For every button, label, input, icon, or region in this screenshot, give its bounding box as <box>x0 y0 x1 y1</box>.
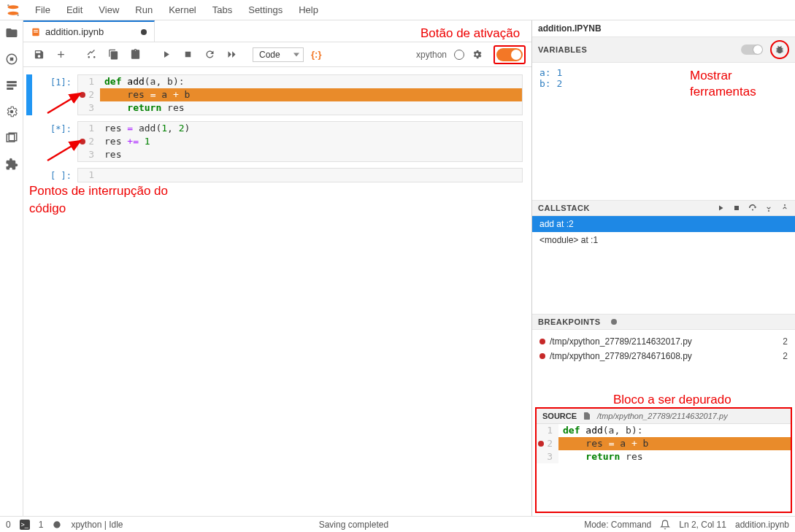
file-icon <box>583 412 591 420</box>
notification-icon[interactable] <box>660 520 670 530</box>
callstack-controls <box>716 204 789 212</box>
step-over-icon[interactable] <box>748 204 757 212</box>
menu-tabs[interactable]: Tabs <box>205 2 239 18</box>
cell-prompt: [ ]: <box>32 168 77 182</box>
breakpoint-row[interactable]: /tmp/xpython_27789/2114632017.py2 <box>539 334 788 349</box>
pause-icon[interactable] <box>732 204 741 212</box>
activity-bar <box>0 20 23 516</box>
notebook-tab[interactable]: addition.ipynb <box>23 20 155 42</box>
running-icon[interactable] <box>5 53 18 66</box>
main-menu: File Edit View Run Kernel Tabs Settings … <box>28 2 326 18</box>
cell-prompt: [*]: <box>32 121 77 162</box>
svg-rect-14 <box>34 31 38 32</box>
cut-button[interactable] <box>82 45 101 64</box>
breakpoint-icon[interactable] <box>80 139 85 144</box>
run-button[interactable] <box>156 45 175 64</box>
menu-run[interactable]: Run <box>128 2 160 18</box>
commands-icon[interactable] <box>5 79 18 92</box>
kernel-name[interactable]: xpython <box>416 50 447 60</box>
add-cell-button[interactable] <box>51 45 70 64</box>
svg-rect-13 <box>34 30 38 31</box>
variable-row[interactable]: b: 2 <box>539 78 788 89</box>
extensions-icon[interactable] <box>5 158 18 171</box>
stop-button[interactable] <box>178 45 197 64</box>
svg-rect-6 <box>7 81 17 83</box>
status-left-count1[interactable]: 0 <box>6 520 11 530</box>
status-kernel[interactable]: xpython | Idle <box>71 520 123 530</box>
cell-prompt: [1]: <box>32 74 77 115</box>
menu-edit[interactable]: Edit <box>59 2 90 18</box>
paste-button[interactable] <box>126 45 145 64</box>
kernel-status-icon[interactable] <box>454 50 464 60</box>
svg-point-17 <box>752 209 753 211</box>
menu-kernel[interactable]: Kernel <box>161 2 204 18</box>
main-panel: addition.ipynb Code {:} xpython <box>23 20 532 516</box>
source-header: SOURCE <box>542 412 577 420</box>
run-all-button[interactable] <box>222 45 241 64</box>
celltype-select[interactable]: Code <box>253 47 304 62</box>
svg-rect-5 <box>9 58 13 61</box>
tab-bar: addition.ipynb <box>23 20 531 42</box>
svg-point-2 <box>7 4 9 7</box>
status-file[interactable]: addition.ipynb <box>735 520 789 530</box>
dirty-indicator-icon <box>141 29 147 35</box>
svg-point-0 <box>8 5 19 9</box>
callstack-header: CALLSTACK <box>538 204 590 212</box>
copy-button[interactable] <box>104 45 123 64</box>
render-side-icon[interactable]: {:} <box>311 49 321 60</box>
status-cursor[interactable]: Ln 2, Col 11 <box>679 520 726 530</box>
source-body: 1def add(a, b):2 res = a + b3 return res <box>537 424 791 512</box>
status-left-count2[interactable]: 1 <box>39 520 44 530</box>
notebook-area[interactable]: [1]:1def add(a, b):2 res = a + b3 return… <box>23 67 531 516</box>
kernel-settings-button[interactable] <box>467 45 486 64</box>
jupyter-logo-icon <box>6 3 20 18</box>
debugger-file-title: addition.IPYNB <box>538 23 602 34</box>
restart-button[interactable] <box>200 45 219 64</box>
source-highlight: SOURCE /tmp/xpython_27789/2114632017.py … <box>535 407 792 513</box>
settings-builder-icon[interactable] <box>5 105 18 118</box>
breakpoints-clear-icon[interactable] <box>610 317 618 326</box>
step-in-icon[interactable] <box>764 204 773 212</box>
code-cell[interactable]: [*]:1res = add(1, 2)2res += 13res <box>26 121 523 162</box>
callstack-row[interactable]: add at :2 <box>532 216 795 232</box>
bug-icon[interactable] <box>775 45 785 55</box>
debug-tools-highlight <box>770 40 789 59</box>
folder-icon[interactable] <box>5 26 18 39</box>
breakpoints-body: /tmp/xpython_27789/2114632017.py2/tmp/xp… <box>532 330 795 368</box>
svg-rect-7 <box>7 85 17 87</box>
step-out-icon[interactable] <box>780 204 789 212</box>
breakpoint-icon[interactable] <box>80 92 85 98</box>
svg-point-9 <box>9 110 13 114</box>
status-mode[interactable]: Mode: Command <box>584 520 651 530</box>
svg-rect-16 <box>734 206 739 210</box>
svg-point-21 <box>54 521 61 528</box>
breakpoint-row[interactable]: /tmp/xpython_27789/2784671608.py2 <box>539 349 788 363</box>
menu-file[interactable]: File <box>28 2 58 18</box>
svg-point-18 <box>768 210 769 212</box>
menu-settings[interactable]: Settings <box>241 2 290 18</box>
menu-view[interactable]: View <box>91 2 126 18</box>
code-cell[interactable]: [ ]:1 <box>26 168 523 182</box>
callstack-row[interactable]: <module> at :1 <box>532 232 795 248</box>
breakpoints-header: BREAKPOINTS <box>538 317 601 326</box>
svg-rect-8 <box>7 88 13 90</box>
debug-toggle[interactable] <box>496 48 523 61</box>
status-saving: Saving completed <box>319 520 388 530</box>
top-menubar: File Edit View Run Kernel Tabs Settings … <box>0 0 795 20</box>
status-bar: 0 >_ 1 xpython | Idle Saving completed M… <box>0 516 795 532</box>
tabs-icon[interactable] <box>5 131 18 144</box>
continue-icon[interactable] <box>716 204 725 212</box>
kernel-status-bar-icon[interactable] <box>52 520 62 530</box>
debugger-panel: addition.IPYNB VARIABLES a: 1b: 2 CALLST… <box>532 20 795 516</box>
save-button[interactable] <box>29 45 48 64</box>
notebook-toolbar: Code {:} xpython <box>23 42 531 67</box>
terminal-icon[interactable]: >_ <box>20 520 30 530</box>
callstack-body: add at :2<module> at :1 <box>532 216 795 248</box>
source-path: /tmp/xpython_27789/2114632017.py <box>597 412 728 420</box>
menu-help[interactable]: Help <box>291 2 326 18</box>
code-cell[interactable]: [1]:1def add(a, b):2 res = a + b3 return… <box>26 74 523 115</box>
variable-row[interactable]: a: 1 <box>539 67 788 78</box>
svg-point-20 <box>611 319 617 325</box>
variables-toggle[interactable] <box>741 45 763 55</box>
notebook-icon <box>31 27 41 37</box>
